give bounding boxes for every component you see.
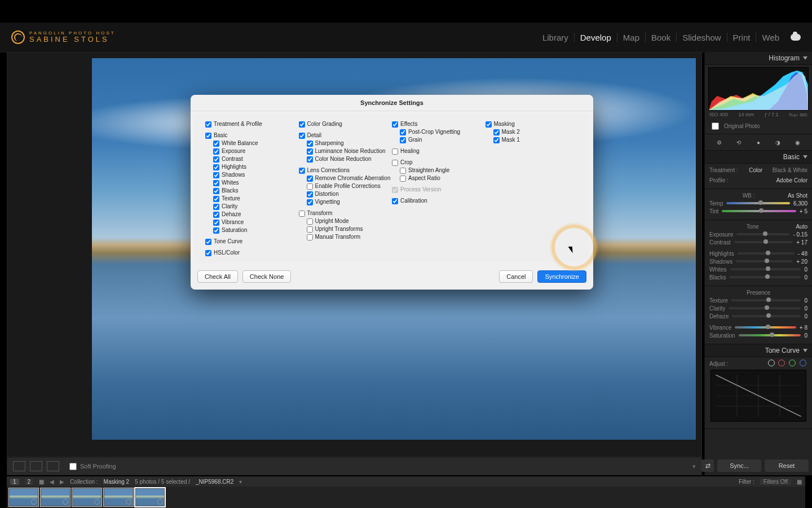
module-book[interactable]: Book — [646, 33, 677, 42]
ck-saturation[interactable] — [213, 227, 219, 234]
cloud-sync-icon[interactable] — [791, 34, 801, 41]
ck-colornoise[interactable] — [307, 156, 313, 163]
shadows-slider[interactable] — [736, 260, 793, 262]
thumbnail-2[interactable] — [41, 488, 70, 506]
ck-effects[interactable] — [392, 121, 398, 128]
check-all-button[interactable]: Check All — [197, 270, 238, 283]
blacks-slider[interactable] — [729, 276, 801, 278]
reset-button[interactable]: Reset — [765, 459, 809, 472]
clarity-slider[interactable] — [729, 307, 801, 309]
highlights-slider[interactable] — [738, 252, 795, 255]
ck-contrast[interactable] — [213, 156, 219, 163]
tone-curve[interactable] — [710, 370, 806, 422]
ck-crop[interactable] — [392, 160, 398, 166]
ck-calibration[interactable] — [392, 198, 398, 204]
thumbnail-4[interactable] — [104, 488, 133, 506]
ck-epc[interactable] — [307, 183, 313, 190]
cancel-button[interactable]: Cancel — [499, 270, 533, 283]
filter-lock-icon[interactable]: ▦ — [797, 479, 802, 485]
ck-highlights[interactable] — [213, 164, 219, 170]
wb-value[interactable]: As Shot — [788, 192, 807, 199]
treatment-bw[interactable]: Black & White — [773, 167, 807, 173]
ck-straighten[interactable] — [400, 168, 406, 174]
thumbnail-3[interactable] — [72, 488, 102, 506]
ck-masking[interactable] — [486, 121, 492, 128]
module-slideshow[interactable]: Slideshow — [677, 33, 727, 42]
vibrance-slider[interactable] — [735, 326, 796, 329]
switch-icon[interactable]: ⇄ — [701, 459, 714, 472]
view-compare-icon[interactable] — [30, 461, 42, 471]
curve-red-icon[interactable] — [778, 360, 785, 366]
auto-button[interactable]: Auto — [796, 224, 807, 230]
texture-slider[interactable] — [731, 299, 801, 301]
view-loupe-icon[interactable] — [13, 461, 25, 471]
ck-mask2[interactable] — [493, 129, 500, 135]
view-before-icon[interactable] — [47, 461, 59, 471]
temp-slider[interactable] — [726, 202, 790, 204]
ck-vignetting[interactable] — [307, 199, 313, 205]
thumbnail-1[interactable] — [9, 488, 38, 506]
layout-1[interactable]: 1 — [10, 479, 19, 485]
edit-icon[interactable]: ⚙ — [714, 138, 723, 147]
ck-treatment[interactable] — [205, 121, 211, 128]
profile-value[interactable]: Adobe Color — [776, 177, 807, 183]
module-library[interactable]: Library — [537, 33, 575, 42]
chevron-down-icon[interactable]: ▾ — [239, 479, 242, 485]
treatment-color[interactable]: Color — [749, 167, 762, 173]
synchronize-button[interactable]: Synchronize — [537, 270, 586, 283]
ck-lens[interactable] — [299, 168, 305, 174]
ck-upright-trans[interactable] — [307, 226, 313, 233]
thumbnail-5[interactable] — [135, 488, 165, 506]
ck-shadows[interactable] — [213, 172, 219, 178]
collection-name[interactable]: Masking 2 — [104, 479, 130, 485]
ck-detail[interactable] — [299, 133, 305, 139]
ck-blacks[interactable] — [213, 188, 219, 194]
filter-dropdown[interactable]: Filters Off — [760, 479, 791, 485]
prev-icon[interactable]: ◀ — [50, 479, 54, 485]
ck-mask1[interactable] — [493, 137, 500, 143]
sync-button[interactable]: Sync... — [717, 459, 761, 472]
ck-vibrance[interactable] — [213, 220, 219, 226]
ck-transform[interactable] — [299, 211, 305, 217]
histogram[interactable] — [708, 67, 809, 111]
ck-dehaze[interactable] — [213, 212, 219, 218]
ck-wb[interactable] — [213, 141, 219, 147]
module-print[interactable]: Print — [727, 33, 757, 42]
module-web[interactable]: Web — [756, 33, 785, 42]
ck-manual-trans[interactable] — [307, 234, 313, 240]
crop-icon[interactable]: ⟲ — [734, 138, 743, 147]
ck-distortion[interactable] — [307, 191, 313, 198]
ck-colorgrading[interactable] — [299, 121, 305, 128]
chevron-down-icon[interactable] — [803, 155, 807, 159]
whites-slider[interactable] — [730, 268, 801, 270]
ck-upright-mode[interactable] — [307, 218, 313, 225]
ck-aspect[interactable] — [400, 176, 406, 182]
ck-pcv[interactable] — [400, 129, 406, 135]
next-icon[interactable]: ▶ — [60, 479, 64, 485]
chevron-down-icon[interactable] — [803, 349, 807, 352]
exposure-slider[interactable] — [736, 233, 789, 235]
ck-sharpening[interactable] — [307, 141, 313, 147]
chevron-down-icon[interactable]: ▾ — [692, 463, 696, 470]
dehaze-slider[interactable] — [732, 315, 801, 317]
curve-blue-icon[interactable] — [800, 360, 806, 366]
curve-green-icon[interactable] — [789, 360, 796, 366]
grid-icon[interactable]: ▦ — [39, 479, 44, 485]
module-develop[interactable]: Develop — [575, 33, 617, 42]
check-none-button[interactable]: Check None — [242, 270, 292, 283]
ck-tonecurve[interactable] — [205, 239, 211, 245]
saturation-slider[interactable] — [739, 334, 801, 336]
mask-icon[interactable]: ◑ — [774, 138, 783, 147]
module-map[interactable]: Map — [617, 33, 646, 42]
ck-lumnoise[interactable] — [307, 148, 313, 155]
ck-healing[interactable] — [392, 148, 398, 155]
original-photo-checkbox[interactable] — [712, 122, 719, 130]
ck-basic[interactable] — [205, 133, 211, 139]
tint-slider[interactable] — [722, 210, 796, 212]
ck-texture[interactable] — [213, 196, 219, 202]
curve-rgb-icon[interactable] — [768, 360, 775, 366]
ck-exposure[interactable] — [213, 148, 219, 155]
ck-rca[interactable] — [307, 176, 313, 182]
soft-proof-checkbox[interactable] — [69, 463, 77, 470]
ck-grain[interactable] — [400, 137, 406, 143]
